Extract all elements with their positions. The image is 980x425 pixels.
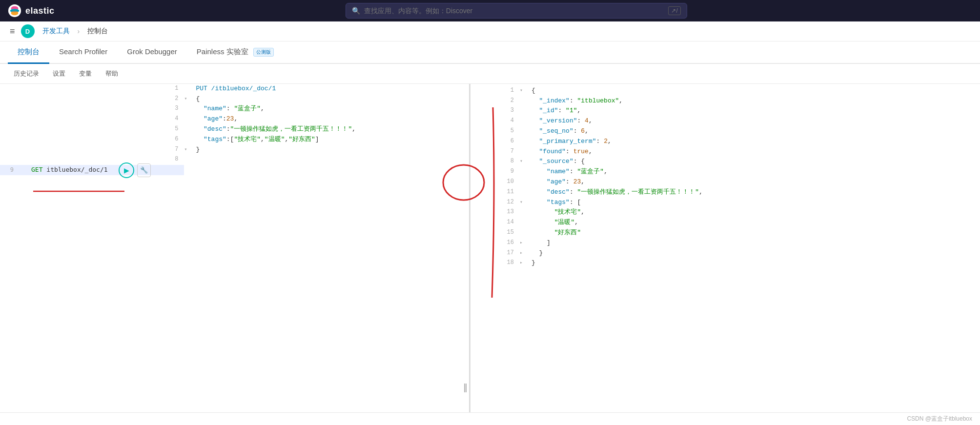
line-content[interactable]: "name": "蓝盒子", (192, 104, 469, 114)
response-content: 1 ▾ { 2 "_index": "itbluebox", 3 "_id": … (470, 84, 980, 412)
line-content: { (528, 86, 980, 96)
settings-button[interactable]: 设置 (47, 67, 71, 81)
hamburger-menu-button[interactable]: ≡ (8, 24, 17, 39)
secondary-toolbar: 历史记录 设置 变量 帮助 (0, 64, 980, 84)
line-number: 11 (470, 187, 520, 198)
fold-indicator[interactable]: ▸ (520, 238, 528, 248)
table-row: 4 "_version": 4, (470, 116, 980, 126)
table-row: 3 "name": "蓝盒子", (0, 104, 469, 114)
table-row: 7 ▾ } (0, 145, 469, 155)
table-row: 3 "_id": "1", (470, 106, 980, 116)
line-content: } (528, 248, 980, 259)
tab-grok-debugger[interactable]: Grok Debugger (117, 41, 187, 64)
line-number: 6 (0, 135, 184, 145)
line-content[interactable]: "age":23, (192, 114, 469, 124)
line-content: "_seq_no": 6, (528, 126, 980, 137)
fold-indicator (520, 116, 528, 126)
line-content: "tags": [ (528, 198, 980, 208)
line-number: 8 (0, 155, 184, 165)
fold-indicator (184, 124, 192, 135)
line-number: 15 (470, 228, 520, 238)
fold-indicator[interactable]: ▸ (520, 258, 528, 268)
fold-indicator[interactable]: ▾ (520, 157, 528, 167)
tab-console[interactable]: 控制台 (8, 41, 49, 64)
line-number: 18 (470, 258, 520, 268)
tab-search-profiler[interactable]: Search Profiler (49, 41, 117, 64)
line-content[interactable]: { (192, 94, 469, 104)
fold-indicator[interactable]: ▾ (520, 198, 528, 208)
fold-indicator (520, 177, 528, 187)
table-row: 1 ▾ { (470, 86, 980, 96)
global-search-input[interactable] (364, 7, 665, 15)
avatar[interactable]: D (21, 24, 35, 38)
fold-indicator (520, 228, 528, 238)
line-content: } (528, 258, 980, 268)
elastic-logo[interactable]: elastic (8, 4, 55, 18)
fold-indicator[interactable]: ▾ (520, 86, 528, 96)
search-shortcut-badge: ↗/ (668, 6, 680, 15)
line-number: 13 (470, 207, 520, 218)
fold-indicator (520, 137, 528, 147)
breadcrumb-bar: ≡ D 开发工具 › 控制台 (0, 21, 980, 41)
copy-as-curl-button[interactable]: 🔧 (137, 163, 151, 177)
line-content[interactable]: "tags":["技术宅","温暖","好东西"] (192, 135, 469, 145)
history-button[interactable]: 历史记录 (8, 67, 45, 81)
line-number: 2 (470, 96, 520, 106)
response-code-lines: 1 ▾ { 2 "_index": "itbluebox", 3 "_id": … (470, 86, 980, 268)
response-panel: 1 ▾ { 2 "_index": "itbluebox", 3 "_id": … (470, 84, 980, 412)
fold-indicator (520, 126, 528, 137)
line-content[interactable]: } (192, 145, 469, 155)
line-number: 2 (0, 94, 184, 104)
variables-button[interactable]: 变量 (73, 67, 98, 81)
line-number: 7 (470, 147, 520, 157)
panel-resize-handle[interactable]: ‖ (461, 380, 470, 395)
table-row: 5 "_seq_no": 6, (470, 126, 980, 137)
line-content: "_primary_term": 2, (528, 137, 980, 147)
line-content[interactable] (192, 155, 469, 165)
line-number: 5 (0, 124, 184, 135)
line-number: 7 (0, 145, 184, 155)
fold-indicator[interactable]: ▸ (520, 248, 528, 259)
line-number: 12 (470, 198, 520, 208)
table-row: 2 ▾ { (0, 94, 469, 104)
line-number: 3 (0, 104, 184, 114)
run-button[interactable]: ▶ (119, 162, 134, 178)
beta-badge: 公测版 (253, 48, 274, 57)
line-number: 9 (0, 165, 20, 175)
line-number: 1 (470, 86, 520, 96)
line-number: 14 (470, 218, 520, 228)
table-row: 10 "age": 23, (470, 177, 980, 187)
table-row: 9 "name": "蓝盒子", (470, 167, 980, 177)
fold-indicator[interactable]: ▾ (184, 145, 192, 155)
line-content[interactable]: "desc":"一顿操作猛如虎，一看工资两千五！！！", (192, 124, 469, 135)
table-row: 14 "温暖", (470, 218, 980, 228)
editor-panel: 1 PUT /itbluebox/_doc/1 2 ▾ { 3 (0, 84, 470, 412)
fold-indicator (520, 218, 528, 228)
fold-indicator (520, 187, 528, 198)
line-number: 4 (470, 116, 520, 126)
table-row: 16 ▸ ] (470, 238, 980, 248)
line-content[interactable]: PUT /itbluebox/_doc/1 (192, 84, 469, 94)
code-lines: 1 PUT /itbluebox/_doc/1 2 ▾ { 3 (0, 84, 469, 175)
fold-indicator (184, 135, 192, 145)
elastic-brand-text: elastic (25, 6, 55, 16)
editor-content[interactable]: 1 PUT /itbluebox/_doc/1 2 ▾ { 3 (0, 84, 469, 412)
help-button[interactable]: 帮助 (100, 67, 124, 81)
table-row: 5 "desc":"一顿操作猛如虎，一看工资两千五！！！", (0, 124, 469, 135)
table-row: 15 "好东西" (470, 228, 980, 238)
line-number: 10 (470, 177, 520, 187)
fold-indicator (184, 114, 192, 124)
line-number: 1 (0, 84, 184, 94)
breadcrumb-parent[interactable]: 开发工具 (39, 25, 74, 38)
fold-indicator[interactable]: ▾ (184, 94, 192, 104)
table-row: 13 "技术宅", (470, 207, 980, 218)
tab-painless[interactable]: Painless 实验室 公测版 (187, 41, 284, 64)
line-content[interactable]: GET itbluebox/_doc/1 (27, 165, 184, 175)
global-search-bar[interactable]: 🔍 ↗/ (346, 3, 687, 19)
fold-indicator (184, 104, 192, 114)
table-row: 6 "_primary_term": 2, (470, 137, 980, 147)
line-content: "_source": { (528, 157, 980, 167)
breadcrumb-separator: › (78, 27, 80, 35)
line-number: 4 (0, 114, 184, 124)
line-content: "技术宅", (528, 207, 980, 218)
